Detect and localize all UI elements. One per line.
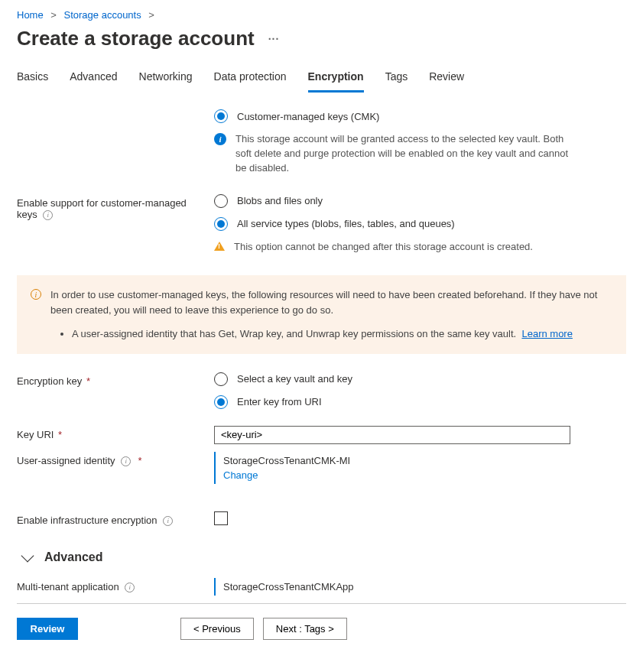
radio-select-key-vault[interactable]: Select a key vault and key: [214, 372, 573, 386]
infra-encryption-label: Enable infrastructure encryption i: [17, 511, 214, 526]
infra-encryption-checkbox[interactable]: [214, 511, 228, 525]
radio-icon: [214, 109, 228, 123]
chevron-right-icon: >: [50, 9, 57, 21]
more-actions-button[interactable]: ···: [268, 33, 280, 45]
radio-icon: [214, 395, 228, 409]
support-warning-text: This option cannot be changed after this…: [234, 240, 533, 255]
identity-value: StorageCrossTenantCMK-MI: [223, 455, 566, 466]
identity-value-box: StorageCrossTenantCMK-MI Change: [214, 452, 573, 484]
tab-networking[interactable]: Networking: [139, 66, 193, 93]
tab-bar: Basics Advanced Networking Data protecti…: [17, 66, 626, 93]
footer-button-bar: Review < Previous Next : Tags >: [17, 618, 626, 640]
key-uri-label: Key URI *: [17, 426, 214, 440]
radio-blobs-files[interactable]: Blobs and files only: [214, 194, 573, 208]
breadcrumb-storage-accounts[interactable]: Storage accounts: [64, 9, 141, 21]
info-icon: i: [31, 289, 41, 300]
radio-all-services[interactable]: All service types (blobs, files, tables,…: [214, 217, 573, 231]
info-icon[interactable]: i: [125, 583, 135, 592]
info-icon[interactable]: i: [163, 516, 173, 526]
tab-tags[interactable]: Tags: [385, 66, 408, 93]
chevron-down-icon: [21, 549, 34, 562]
key-uri-input[interactable]: [214, 426, 570, 444]
radio-cmk-label: Customer-managed keys (CMK): [237, 111, 379, 122]
footer-separator: [17, 603, 626, 604]
app-value: StorageCrossTenantCMKApp: [223, 581, 354, 592]
chevron-right-icon: >: [148, 9, 154, 21]
encryption-key-label: Encryption key *: [17, 372, 214, 387]
radio-cmk[interactable]: Customer-managed keys (CMK): [214, 109, 573, 123]
radio-icon: [214, 217, 228, 231]
info-icon[interactable]: i: [43, 210, 53, 220]
radio-select-kv-label: Select a key vault and key: [237, 373, 352, 385]
radio-icon: [214, 194, 228, 208]
tab-basics[interactable]: Basics: [17, 66, 48, 93]
support-label: Enable support for customer-managed keys…: [17, 194, 214, 220]
tab-advanced[interactable]: Advanced: [70, 66, 117, 93]
next-button[interactable]: Next : Tags >: [263, 618, 347, 640]
radio-enter-key-uri[interactable]: Enter key from URI: [214, 395, 573, 409]
identity-label: User-assigned identity i *: [17, 452, 214, 466]
app-value-box: StorageCrossTenantCMKApp: [214, 578, 573, 596]
prereq-notice: i In order to use customer-managed keys,…: [17, 275, 626, 354]
advanced-section-title: Advanced: [44, 550, 102, 564]
warning-icon: [214, 242, 225, 251]
radio-all-services-label: All service types (blobs, files, tables,…: [237, 218, 455, 229]
notice-bullet: A user-assigned identity that has Get, W…: [72, 326, 612, 342]
cmk-info-row: i This storage account will be granted a…: [214, 132, 573, 176]
support-warning-row: This option cannot be changed after this…: [214, 240, 573, 255]
breadcrumb: Home > Storage accounts >: [17, 9, 626, 21]
radio-icon: [214, 372, 228, 386]
cmk-info-text: This storage account will be granted acc…: [235, 132, 573, 176]
advanced-section-toggle[interactable]: Advanced: [23, 550, 626, 564]
info-icon[interactable]: i: [121, 456, 131, 466]
learn-more-link[interactable]: Learn more: [521, 328, 572, 339]
page-title: Create a storage account: [17, 27, 255, 50]
radio-enter-uri-label: Enter key from URI: [237, 396, 322, 407]
info-icon: i: [214, 133, 226, 145]
previous-button[interactable]: < Previous: [180, 618, 254, 640]
tab-data-protection[interactable]: Data protection: [214, 66, 287, 93]
notice-intro: In order to use customer-managed keys, t…: [50, 287, 612, 317]
page-title-row: Create a storage account ···: [17, 27, 626, 50]
identity-change-link[interactable]: Change: [223, 469, 258, 481]
breadcrumb-home[interactable]: Home: [17, 9, 44, 21]
tab-encryption[interactable]: Encryption: [308, 66, 364, 93]
app-label: Multi-tenant application i: [17, 578, 214, 592]
review-button[interactable]: Review: [17, 618, 78, 640]
tab-review[interactable]: Review: [429, 66, 464, 93]
radio-blobs-files-label: Blobs and files only: [237, 195, 323, 206]
